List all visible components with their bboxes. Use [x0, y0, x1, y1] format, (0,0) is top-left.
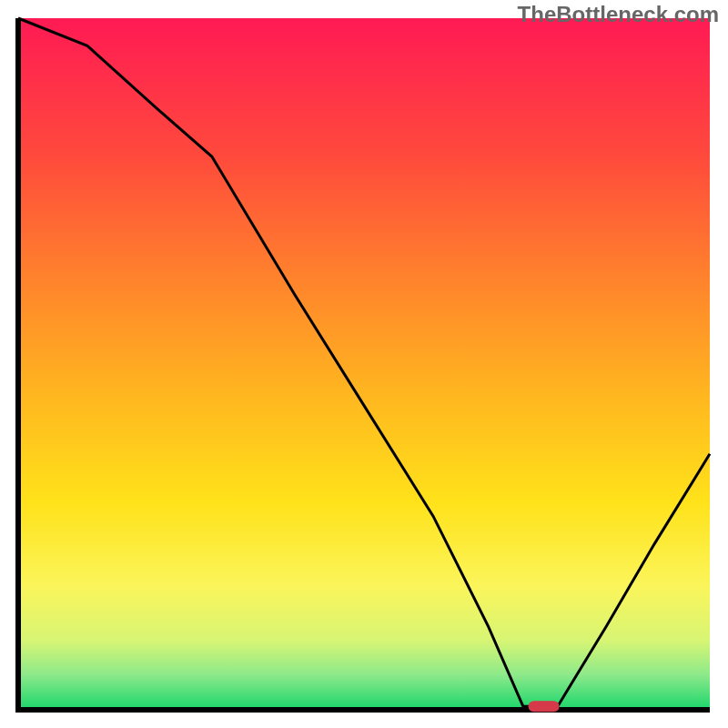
- optimal-marker: [529, 701, 560, 712]
- watermark-text: TheBottleneck.com: [518, 2, 719, 27]
- chart-svg: [0, 0, 728, 728]
- bottleneck-chart: TheBottleneck.com: [0, 0, 728, 728]
- plot-background: [18, 18, 710, 710]
